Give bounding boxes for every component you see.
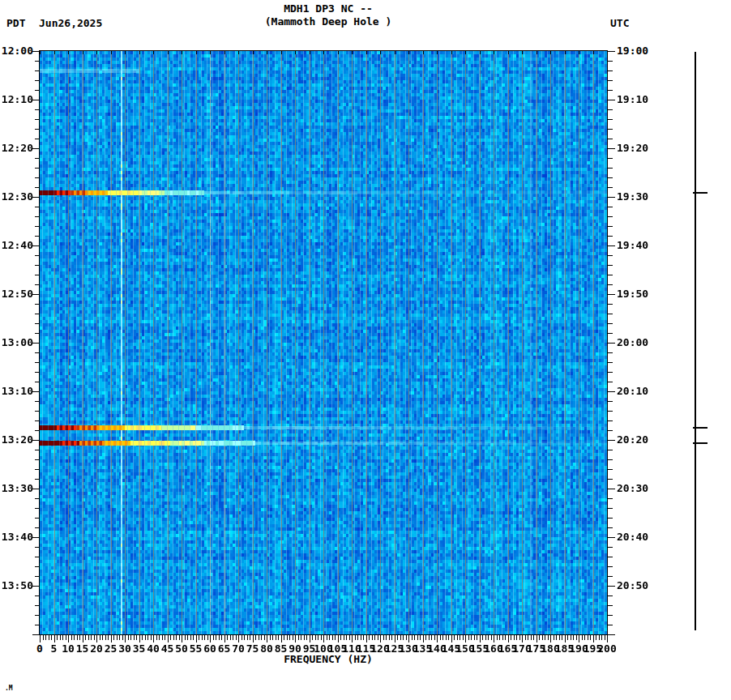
freq-tick: [125, 635, 126, 642]
freq-tick: [216, 635, 216, 640]
freq-tick: [573, 635, 574, 640]
freq-tick: [301, 635, 301, 640]
left-time-tick: [35, 158, 40, 159]
freq-tick: [267, 635, 267, 642]
left-time-tick: [35, 459, 40, 460]
freq-tick: [355, 635, 356, 640]
freq-tick: [514, 635, 515, 640]
right-time-tick: [608, 625, 613, 625]
freq-tick: [528, 635, 528, 640]
freq-tick: [361, 635, 361, 640]
freq-tick: [454, 635, 455, 640]
freq-tick: [508, 635, 509, 642]
left-time-tick: [35, 615, 40, 616]
freq-tick: [261, 635, 262, 640]
left-time-label: 12:50: [0, 288, 33, 300]
spectrogram-page: PDT Jun26,2025 MDH1 DP3 NC -- (Mammoth D…: [0, 0, 731, 700]
freq-tick: [414, 635, 415, 640]
freq-tick: [346, 635, 347, 640]
right-time-tick: [608, 216, 613, 217]
freq-tick: [298, 635, 299, 640]
freq-tick: [397, 635, 398, 640]
freq-tick: [136, 635, 137, 640]
freq-tick: [408, 635, 409, 642]
left-time-tick: [35, 498, 40, 499]
freq-tick: [440, 635, 441, 640]
left-time-tick: [35, 226, 40, 227]
left-time-tick: [35, 401, 40, 402]
right-time-tick: [608, 518, 613, 519]
freq-tick: [74, 635, 75, 640]
event-marker: [693, 427, 707, 429]
freq-tick: [71, 635, 72, 640]
left-time-tick: [32, 343, 40, 344]
freq-tick: [554, 635, 554, 640]
left-time-tick: [35, 518, 40, 519]
left-time-tick: [32, 148, 40, 149]
right-time-tick: [608, 372, 613, 373]
freq-tick: [62, 635, 63, 640]
right-time-tick: [608, 595, 613, 596]
freq-tick: [250, 635, 250, 640]
freq-tick: [117, 635, 118, 640]
freq-tick: [593, 635, 594, 642]
freq-tick: [221, 635, 222, 640]
right-time-tick: [608, 469, 613, 470]
freq-tick: [369, 635, 370, 640]
right-time-tick: [608, 401, 613, 402]
left-time-tick: [35, 61, 40, 62]
freq-tick: [391, 635, 392, 640]
freq-tick: [468, 635, 469, 640]
left-time-tick: [35, 576, 40, 577]
freq-tick: [199, 635, 199, 640]
page-title: MDH1 DP3 NC --: [284, 2, 373, 15]
right-time-tick: [608, 391, 615, 392]
freq-tick: [196, 635, 197, 642]
right-time-tick: [608, 168, 613, 169]
freq-tick: [142, 635, 143, 640]
freq-tick: [559, 635, 560, 640]
left-time-tick: [32, 537, 40, 538]
freq-tick: [176, 635, 177, 640]
right-time-tick: [608, 362, 613, 363]
left-time-label: 13:00: [0, 337, 33, 348]
freq-tick: [344, 635, 344, 640]
freq-tick: [374, 635, 375, 640]
timezone-left-label: PDT: [6, 17, 25, 29]
freq-tick: [304, 635, 305, 640]
corner-mark: .M: [5, 685, 13, 692]
left-time-tick: [35, 255, 40, 256]
right-time-label: 20:10: [617, 386, 656, 397]
freq-tick: [389, 635, 390, 640]
freq-tick: [128, 635, 129, 640]
freq-tick: [236, 635, 237, 640]
left-time-tick: [35, 625, 40, 625]
right-time-tick: [608, 236, 613, 237]
freq-tick: [363, 635, 364, 640]
right-time-tick: [608, 109, 613, 110]
right-time-tick: [608, 430, 613, 431]
freq-tick: [434, 635, 435, 640]
left-time-tick: [35, 566, 40, 567]
left-time-tick: [32, 294, 40, 295]
right-time-label: 19:50: [617, 288, 656, 300]
left-time-tick: [35, 450, 40, 450]
freq-tick: [542, 635, 543, 640]
freq-tick: [276, 635, 276, 640]
right-time-tick: [608, 139, 613, 139]
freq-tick: [463, 635, 464, 640]
left-time-tick: [35, 187, 40, 188]
right-time-label: 19:40: [617, 240, 656, 251]
freq-tick: [403, 635, 404, 640]
freq-tick: [378, 635, 378, 640]
freq-tick: [310, 635, 310, 642]
freq-tick: [582, 635, 583, 640]
freq-tick: [584, 635, 585, 640]
right-time-tick: [608, 566, 613, 567]
timezone-right-label: UTC: [610, 17, 629, 29]
left-time-tick: [35, 547, 40, 548]
freq-tick: [417, 635, 418, 640]
freq-tick: [165, 635, 165, 640]
freq-tick: [213, 635, 214, 640]
right-time-tick: [608, 450, 613, 450]
